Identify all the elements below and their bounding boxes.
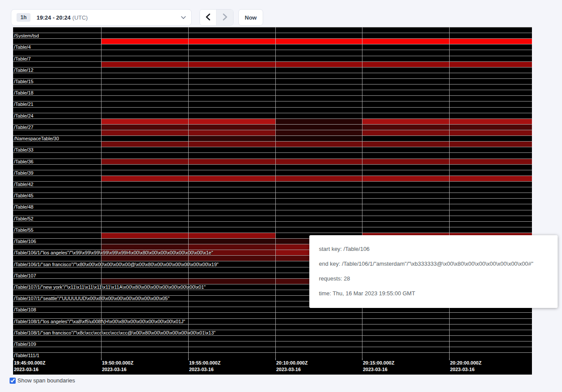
heatmap-cell[interactable] [101,307,188,312]
heatmap-cell[interactable] [13,290,101,295]
heatmap-cell[interactable] [362,79,449,84]
heatmap-cell[interactable] [188,165,275,170]
heatmap-cell[interactable] [13,324,101,330]
heatmap-cell[interactable] [188,176,275,181]
heatmap-cell[interactable] [449,33,532,38]
heatmap-cell[interactable] [449,44,532,50]
heatmap-cell[interactable] [13,301,101,307]
heatmap-cell[interactable] [188,307,275,312]
heatmap-cell[interactable] [449,216,532,221]
heatmap-cell[interactable] [275,204,362,210]
heatmap-row[interactable]: /Table/108/1/"los angeles"/"\xa8\xf5\u00… [13,319,532,324]
heatmap-cell[interactable] [188,296,275,301]
heatmap-cell[interactable] [188,108,275,113]
heatmap-cell[interactable] [101,125,188,130]
heatmap-cell[interactable] [188,239,275,244]
heatmap-cell[interactable] [275,330,362,335]
prev-interval-button[interactable] [200,10,217,25]
heatmap-cell[interactable] [188,256,275,261]
heatmap-row[interactable]: /Table/18 [13,90,532,96]
heatmap-cell[interactable] [362,101,449,107]
heatmap-cell[interactable] [101,56,188,61]
heatmap-cell[interactable] [362,44,449,50]
heatmap-cell[interactable] [362,147,449,152]
heatmap-cell[interactable] [101,108,188,113]
heatmap-row[interactable]: /Table/48 [13,204,532,210]
heatmap-cell[interactable] [101,199,188,204]
heatmap-cell[interactable] [362,199,449,204]
heatmap-cell[interactable] [188,79,275,84]
heatmap-cell[interactable] [13,73,101,78]
heatmap-cell[interactable] [362,90,449,95]
heatmap-cell[interactable] [101,50,188,55]
heatmap-cell[interactable] [275,324,362,330]
heatmap-row[interactable] [13,176,532,182]
heatmap-cell[interactable] [188,170,275,176]
heatmap-cell[interactable] [188,273,275,278]
heatmap-cell[interactable] [188,193,275,198]
heatmap-row[interactable]: /Table/45 [13,193,532,199]
heatmap-cell[interactable] [362,27,449,33]
heatmap-cell[interactable] [449,199,532,204]
heatmap-cell[interactable] [275,44,362,50]
heatmap-cell[interactable] [188,353,275,358]
heatmap-cell[interactable] [188,73,275,78]
heatmap-cell[interactable] [13,267,101,273]
heatmap-row[interactable] [13,27,532,33]
heatmap-cell[interactable] [188,90,275,95]
heatmap-cell[interactable] [449,39,532,44]
heatmap-cell[interactable] [101,313,188,318]
heatmap-cell[interactable] [188,101,275,107]
heatmap-cell[interactable] [101,79,188,84]
heatmap-cell[interactable] [275,165,362,170]
heatmap-cell[interactable] [13,176,101,181]
heatmap-cell[interactable] [13,153,101,158]
heatmap-cell[interactable] [449,313,532,318]
heatmap-cell[interactable] [449,73,532,78]
time-range-select[interactable]: 1h 19:24 - 20:24 (UTC) [11,9,192,26]
heatmap-cell[interactable] [362,142,449,147]
heatmap-row[interactable] [13,199,532,204]
now-button[interactable]: Now [238,9,263,26]
heatmap-row[interactable] [13,153,532,159]
heatmap-cell[interactable] [362,125,449,130]
heatmap-cell[interactable] [13,108,101,113]
heatmap-cell[interactable] [449,27,532,33]
heatmap-cell[interactable] [188,347,275,352]
heatmap-cell[interactable] [188,136,275,141]
heatmap-cell[interactable] [13,142,101,147]
heatmap-cell[interactable] [13,187,101,193]
heatmap-cell[interactable] [449,307,532,312]
heatmap-cell[interactable] [13,244,101,250]
heatmap-cell[interactable] [188,50,275,55]
heatmap-row[interactable] [13,187,532,193]
heatmap-row[interactable] [13,96,532,101]
heatmap-cell[interactable] [188,142,275,147]
heatmap-cell[interactable] [362,170,449,176]
heatmap-cell[interactable] [13,84,101,90]
heatmap-cell[interactable] [101,227,188,233]
heatmap-cell[interactable] [188,279,275,284]
heatmap-cell[interactable] [275,79,362,84]
heatmap-cell[interactable] [275,90,362,95]
heatmap-cell[interactable] [362,136,449,141]
heatmap-cell[interactable] [188,267,275,273]
heatmap-cell[interactable] [275,136,362,141]
heatmap-cell[interactable] [362,56,449,61]
heatmap-cell[interactable] [188,84,275,90]
heatmap-cell[interactable] [188,62,275,67]
heatmap-cell[interactable] [275,341,362,347]
heatmap-cell[interactable] [449,330,532,335]
heatmap-row[interactable]: /Table/39 [13,170,532,176]
heatmap-row[interactable] [13,222,532,227]
heatmap-cell[interactable] [362,130,449,135]
heatmap-cell[interactable] [275,347,362,352]
heatmap-cell[interactable] [101,142,188,147]
heatmap-row[interactable] [13,313,532,318]
heatmap-cell[interactable] [188,182,275,187]
heatmap-cell[interactable] [275,222,362,227]
heatmap-cell[interactable] [188,56,275,61]
heatmap-row[interactable]: /Table/108 [13,307,532,313]
heatmap-row[interactable]: /System/tsd [13,33,532,39]
heatmap-cell[interactable] [449,68,532,73]
